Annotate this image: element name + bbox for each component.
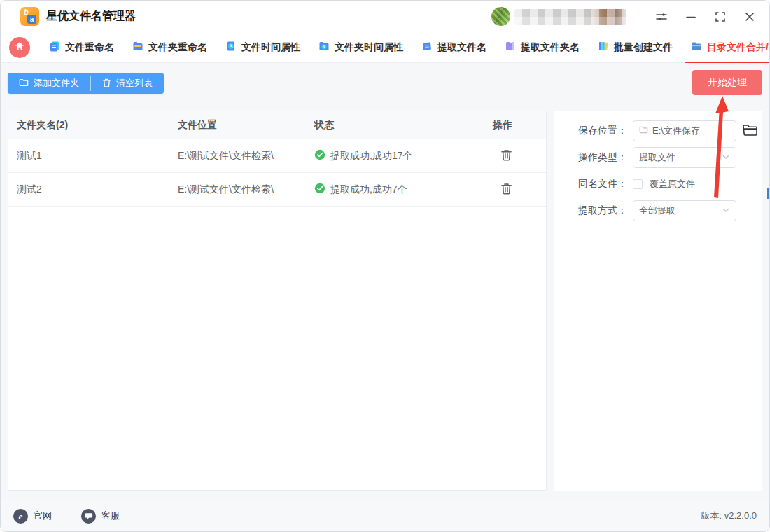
cell-action [493, 182, 538, 197]
same-name-row: 同名文件： 覆盖原文件 [554, 174, 762, 195]
toolbar: 添加文件夹 清空列表 开始处理 [1, 63, 769, 111]
content-area: 添加文件夹 清空列表 开始处理 文件夹名(2) 文件位置 状态 [1, 63, 769, 500]
doc-icon [421, 41, 433, 54]
trash-icon [102, 78, 111, 90]
folder-list-table: 文件夹名(2) 文件位置 状态 操作 测试1 E:\测试文件\文件检索\ 提取成… [8, 111, 547, 491]
tab-label: 文件重命名 [65, 41, 114, 54]
operation-type-label: 操作类型： [554, 151, 627, 164]
browser-e-icon: e [13, 509, 28, 524]
close-button[interactable] [743, 10, 757, 24]
minimize-button[interactable] [684, 10, 698, 24]
table-row[interactable]: 测试1 E:\测试文件\文件检索\ 提取成功,成功17个 [8, 139, 546, 173]
same-name-label: 同名文件： [554, 178, 627, 190]
home-icon [15, 41, 24, 54]
operation-type-row: 操作类型： 提取文件 [554, 147, 762, 168]
delete-row-button[interactable] [498, 182, 514, 197]
cell-status: 提取成功,成功17个 [314, 149, 493, 162]
website-label: 官网 [34, 510, 52, 522]
main-area: 文件夹名(2) 文件位置 状态 操作 测试1 E:\测试文件\文件检索\ 提取成… [1, 111, 769, 491]
operation-type-value: 提取文件 [639, 151, 676, 164]
folder-plus-icon [19, 78, 29, 90]
doc-stack-icon [49, 41, 60, 54]
cell-status: 提取成功,成功7个 [314, 183, 493, 196]
tab-folder-rename[interactable]: 文件夹重命名 [132, 32, 207, 63]
version-text: 版本: v2.2.0.0 [701, 510, 757, 522]
tab-merge-extract-active[interactable]: 目录文件合并/提取 [691, 32, 770, 63]
footer-bar: e 官网 客服 版本: v2.2.0.0 [1, 500, 769, 531]
settings-sliders-icon[interactable] [654, 10, 668, 24]
app-logo-icon: b a [20, 7, 39, 26]
overwrite-checkbox[interactable] [633, 179, 643, 189]
extract-mode-row: 提取方式： 全部提取 [554, 200, 762, 221]
cell-location: E:\测试文件\文件检索\ [178, 150, 314, 162]
user-avatar[interactable] [491, 7, 510, 26]
folder-purple-icon [505, 41, 516, 54]
start-processing-button[interactable]: 开始处理 [692, 70, 762, 95]
extract-mode-label: 提取方式： [554, 204, 627, 217]
col-header-location: 文件位置 [178, 119, 314, 132]
chat-bubble-icon [81, 509, 96, 524]
tab-label: 文件时间属性 [241, 41, 300, 54]
books-icon [598, 41, 609, 54]
tab-extract-filenames[interactable]: 提取文件名 [421, 32, 486, 63]
folder-icon [132, 41, 144, 54]
titlebar-right [491, 7, 757, 26]
clear-list-label: 清空列表 [116, 77, 153, 90]
tab-extract-folder-names[interactable]: 提取文件夹名 [505, 32, 580, 63]
add-folder-button[interactable]: 添加文件夹 [8, 73, 90, 94]
folder-merge-icon [691, 41, 702, 54]
maximize-button[interactable] [713, 10, 727, 24]
success-check-icon [314, 149, 326, 162]
cell-action [493, 148, 538, 163]
add-folder-label: 添加文件夹 [34, 77, 79, 90]
status-text: 提取成功,成功7个 [330, 183, 407, 196]
clear-list-button[interactable]: 清空列表 [91, 73, 164, 94]
settings-panel: 保存位置： E:\文件保存 操作类型： 提取文件 [554, 111, 762, 491]
username-redacted[interactable] [514, 9, 626, 24]
app-title: 星优文件名管理器 [46, 9, 136, 24]
tab-bar: 文件重命名 文件夹重命名 文件时间属性 文件夹时间属性 提取文件名 提取文件夹名… [1, 32, 769, 63]
home-button[interactable] [9, 37, 30, 58]
tab-batch-create-files[interactable]: 批量创建文件 [598, 32, 673, 63]
status-text: 提取成功,成功17个 [330, 150, 412, 162]
official-website-link[interactable]: e 官网 [13, 509, 52, 524]
operation-type-select[interactable]: 提取文件 [633, 147, 736, 168]
list-actions-group: 添加文件夹 清空列表 [8, 73, 164, 94]
save-location-label: 保存位置： [554, 125, 627, 137]
chevron-down-icon [722, 153, 730, 163]
col-header-action: 操作 [493, 119, 538, 132]
tab-label: 文件夹时间属性 [335, 41, 403, 54]
tab-label: 文件夹重命名 [148, 41, 207, 54]
cell-folder-name: 测试2 [17, 183, 178, 196]
save-location-input[interactable]: E:\文件保存 [633, 120, 736, 141]
customer-service-link[interactable]: 客服 [81, 509, 120, 524]
overwrite-label: 覆盖原文件 [650, 178, 695, 190]
chevron-down-icon [722, 206, 730, 216]
tab-label: 提取文件名 [438, 41, 486, 54]
folder-clock-icon [318, 41, 330, 54]
folder-small-icon [639, 125, 648, 136]
browse-folder-button[interactable] [742, 123, 758, 139]
tab-label: 目录文件合并/提取 [707, 41, 770, 54]
cell-location: E:\测试文件\文件检索\ [178, 183, 314, 196]
app-window: b a 星优文件名管理器 [0, 0, 770, 532]
tab-file-rename[interactable]: 文件重命名 [49, 32, 114, 63]
save-location-value: E:\文件保存 [652, 125, 700, 137]
logo-letter-a: a [27, 15, 36, 24]
tab-label: 提取文件夹名 [521, 41, 580, 54]
tab-folder-time-attr[interactable]: 文件夹时间属性 [318, 32, 403, 63]
title-bar: b a 星优文件名管理器 [1, 1, 769, 32]
doc-clock-icon [225, 41, 237, 54]
tab-label: 批量创建文件 [614, 41, 673, 54]
success-check-icon [314, 183, 326, 196]
extract-mode-select[interactable]: 全部提取 [633, 200, 736, 221]
cell-folder-name: 测试1 [17, 150, 178, 162]
delete-row-button[interactable] [498, 148, 514, 163]
col-header-status: 状态 [314, 119, 493, 132]
table-header-row: 文件夹名(2) 文件位置 状态 操作 [8, 111, 546, 139]
save-location-row: 保存位置： E:\文件保存 [554, 120, 762, 141]
tab-file-time-attr[interactable]: 文件时间属性 [225, 32, 300, 63]
edge-widget-sliver[interactable] [767, 188, 769, 199]
table-row[interactable]: 测试2 E:\测试文件\文件检索\ 提取成功,成功7个 [8, 173, 546, 206]
support-label: 客服 [102, 510, 120, 522]
